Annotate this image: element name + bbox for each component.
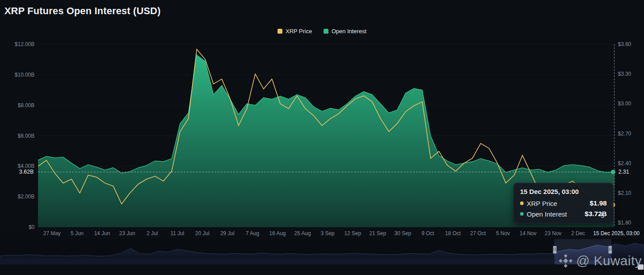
tooltip-title: 15 Dec 2025, 03:00 [520,188,607,195]
x-axis-tick-label: 25 Aug [294,230,311,236]
open-interest-current-value-label: 3.62B [0,169,34,175]
y-axis-tick-label: $12.00B [0,41,35,47]
tooltip-value-xrp-price: $1.98 [590,199,607,207]
xrp-price-dot-icon [520,201,524,205]
y-axis-tick-label: $0 [0,224,35,230]
y-axis-tick-label: $3.00 [618,101,631,107]
y-axis-tick-label: $2.40 [618,160,631,167]
navigator-handle-right[interactable] [608,246,612,254]
navigator-mask-left [0,239,554,260]
y-axis-tick-label: $3.60 [618,41,631,47]
scrollbar-track[interactable] [0,260,644,264]
x-axis-tick-label: 9 Oct [421,230,434,236]
x-axis-tick-label: 23 Jun [119,230,135,236]
x-axis-tick-label: 5 Jun [70,230,83,236]
legend-label-xrp-price: XRP Price [285,28,312,35]
tooltip-label-text: Open Interest [527,210,567,218]
legend-item-open-interest[interactable]: Open Interest [324,28,366,35]
x-axis-tick-label: 2 Jul [147,230,158,236]
navigator[interactable] [0,239,644,260]
binance-logo-icon [558,253,573,268]
y-axis-tick-label: $2.10 [618,190,631,196]
legend: XRP Price Open Interest [0,28,644,35]
y-axis-tick-label: $3.30 [618,71,631,77]
x-axis-tick-label: 29 Jul [220,230,235,236]
open-interest-swatch-icon [324,29,328,34]
xrp-price-swatch-icon [278,29,282,34]
tooltip-row-xrp-price: XRP Price $1.98 [520,199,607,207]
x-axis-tick-label: 14 Jun [94,230,110,236]
y-axis-tick-label: $8.00B [0,102,35,108]
x-axis-tick-label: 14 Nov [520,230,536,236]
y-axis-tick-label: $1.80 [618,220,631,226]
x-axis-tick-label: 18 Oct [445,230,461,236]
x-axis-tick-label: 11 Jul [170,230,184,236]
x-axis-tick-label: 3 Sep [320,230,334,236]
legend-label-open-interest: Open Interest [332,28,366,35]
price-axis-crosshair-label: 2.31 [618,169,629,175]
x-axis-tick-label: 27 May [43,230,61,236]
x-axis-tick-label: 16 Aug [269,230,285,236]
x-axis-tick-label: 20 Jul [195,230,209,236]
y-axis-tick-label: $2.00B [0,194,35,200]
y-axis-tick-label: $2.70 [618,131,631,137]
watermark-text: @ Kuwaity [576,253,642,268]
x-axis-tick-label: 5 Nov [496,230,510,236]
open-interest-current-dot [611,170,615,174]
tooltip: 15 Dec 2025, 03:00 XRP Price $1.98 Open … [513,183,613,224]
x-axis-tick-label: 27 Oct [470,230,486,236]
x-axis-tick-label: 30 Sep [394,230,411,236]
legend-item-xrp-price[interactable]: XRP Price [278,28,312,35]
chart-title: XRP Futures Open Interest (USD) [4,5,161,17]
tooltip-label-text: XRP Price [527,200,557,207]
tooltip-label-xrp-price: XRP Price [520,200,557,207]
x-axis-tick-label: 23 Nov [545,230,562,236]
watermark: @ Kuwaity [558,253,642,268]
obscured-label-fragment: 5 [601,213,604,219]
x-axis-tick-label: 12 Sep [344,230,361,236]
chart-panel: XRP Futures Open Interest (USD) XRP Pric… [0,0,644,275]
x-axis-tick-label: 7 Aug [246,230,259,236]
tooltip-label-open-interest: Open Interest [520,210,567,218]
x-axis-current-label: 15 Dec 2025, 03:00 [593,230,640,236]
tooltip-row-open-interest: Open Interest $3.72B [520,210,607,218]
navigator-handle-left[interactable] [553,246,557,254]
x-axis-tick-label: 21 Sep [369,230,386,236]
y-axis-tick-label: $6.00B [0,133,35,139]
y-axis-tick-label: $10.00B [0,72,35,78]
open-interest-dot-icon [520,212,524,216]
x-axis-tick-label: 2 Dec [571,230,585,236]
